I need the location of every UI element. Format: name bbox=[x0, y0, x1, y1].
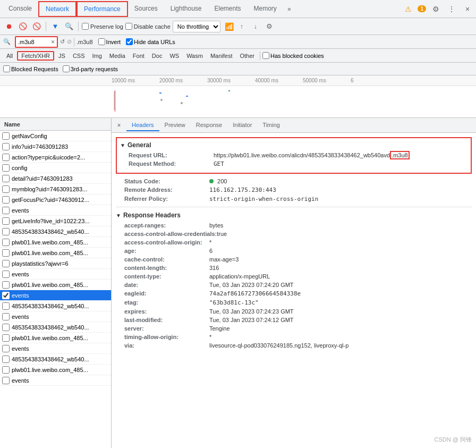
type-doc-button[interactable]: Doc bbox=[149, 52, 166, 60]
stop-button[interactable]: 🚫 bbox=[17, 21, 29, 32]
selected-table-row[interactable]: events bbox=[0, 290, 111, 301]
throttle-select[interactable]: No throttling Fast 3G Slow 3G Offline bbox=[173, 21, 220, 32]
tab-preview[interactable]: Preview bbox=[159, 120, 191, 131]
table-row[interactable]: 4853543833438462_wb540... bbox=[0, 354, 111, 365]
filter-clear-icon[interactable]: × bbox=[51, 38, 55, 46]
table-row[interactable]: plwb01.live.weibo.com_485... bbox=[0, 237, 111, 248]
filter-icon[interactable]: ▼ bbox=[49, 21, 61, 32]
has-blocked-label[interactable]: Has blocked cookies bbox=[262, 52, 324, 59]
general-section-header[interactable]: ▼ General bbox=[120, 141, 468, 149]
row-checkbox[interactable] bbox=[2, 281, 10, 289]
type-img-button[interactable]: Img bbox=[89, 52, 105, 60]
tab-lighthouse[interactable]: Lighthouse bbox=[164, 2, 208, 16]
blocked-requests-label[interactable]: Blocked Requests bbox=[3, 65, 58, 72]
search-icon[interactable]: 🔍 bbox=[63, 21, 75, 32]
table-row[interactable]: 4853543833438462_wb540... bbox=[0, 226, 111, 237]
type-other-button[interactable]: Other bbox=[236, 52, 258, 60]
filter-input[interactable] bbox=[18, 39, 50, 45]
disable-cache-checkbox-label[interactable]: Disable cache bbox=[125, 23, 171, 30]
type-ws-button[interactable]: WS bbox=[166, 52, 182, 60]
download-icon[interactable]: ↓ bbox=[250, 21, 261, 32]
table-row[interactable]: detail?uid=7463091283 bbox=[0, 173, 111, 184]
tab-console[interactable]: Console bbox=[2, 2, 38, 16]
row-checkbox[interactable] bbox=[2, 313, 10, 320]
table-row[interactable]: playstatistics?ajwvr=6 bbox=[0, 258, 111, 269]
table-row[interactable]: events bbox=[0, 269, 111, 280]
filter-options-icon[interactable]: ⊘ bbox=[67, 38, 72, 45]
row-checkbox[interactable] bbox=[2, 292, 10, 299]
tab-network[interactable]: Network bbox=[38, 1, 76, 17]
table-row[interactable]: plwb01.live.weibo.com_485... bbox=[0, 248, 111, 258]
type-font-button[interactable]: Font bbox=[130, 52, 148, 60]
table-row[interactable]: plwb01.live.weibo.com_485... bbox=[0, 280, 111, 290]
row-checkbox[interactable] bbox=[2, 260, 10, 267]
table-row[interactable]: config bbox=[0, 163, 111, 173]
tab-sources[interactable]: Sources bbox=[128, 2, 164, 16]
row-checkbox[interactable] bbox=[2, 228, 10, 235]
invert-checkbox-label[interactable]: Invert bbox=[98, 38, 121, 45]
tab-initiator[interactable]: Initiator bbox=[227, 120, 257, 131]
table-row[interactable]: events bbox=[0, 343, 111, 354]
row-checkbox[interactable] bbox=[2, 132, 10, 140]
reload-icon[interactable]: ↺ bbox=[60, 38, 65, 45]
row-checkbox[interactable] bbox=[2, 249, 10, 257]
type-fetch-xhr-button[interactable]: Fetch/XHR bbox=[17, 51, 54, 61]
table-row[interactable]: getNavConfig bbox=[0, 131, 111, 141]
hide-data-urls-checkbox[interactable] bbox=[126, 38, 133, 45]
row-checkbox[interactable] bbox=[2, 164, 10, 172]
row-checkbox[interactable] bbox=[2, 207, 10, 214]
settings-icon[interactable]: ⚙ bbox=[429, 3, 442, 15]
tab-elements[interactable]: Elements bbox=[208, 2, 248, 16]
hide-data-urls-checkbox-label[interactable]: Hide data URLs bbox=[126, 38, 175, 45]
has-blocked-checkbox[interactable] bbox=[262, 52, 269, 59]
tab-response[interactable]: Response bbox=[191, 120, 228, 131]
table-row[interactable]: 4853543833438462_wb540... bbox=[0, 301, 111, 311]
tab-memory[interactable]: Memory bbox=[248, 2, 283, 16]
tab-headers[interactable]: Headers bbox=[126, 120, 159, 131]
row-checkbox[interactable] bbox=[2, 154, 10, 161]
warning-icon[interactable]: ⚠ bbox=[402, 3, 414, 15]
table-row[interactable]: getFocusPic?uid=74630912... bbox=[0, 195, 111, 205]
row-checkbox[interactable] bbox=[2, 217, 10, 225]
row-checkbox[interactable] bbox=[2, 175, 10, 182]
row-checkbox[interactable] bbox=[2, 377, 10, 384]
type-manifest-button[interactable]: Manifest bbox=[207, 52, 236, 60]
row-checkbox[interactable] bbox=[2, 334, 10, 342]
table-row[interactable]: events bbox=[0, 311, 111, 322]
type-js-button[interactable]: JS bbox=[55, 52, 69, 60]
preserve-log-checkbox[interactable] bbox=[82, 23, 89, 30]
table-row[interactable]: info?uid=7463091283 bbox=[0, 141, 111, 152]
details-close-button[interactable]: × bbox=[114, 120, 124, 131]
more-options-icon[interactable]: ⋮ bbox=[445, 3, 458, 15]
blocked-requests-checkbox[interactable] bbox=[3, 65, 10, 72]
type-css-button[interactable]: CSS bbox=[70, 52, 88, 60]
record-button[interactable]: ⏺ bbox=[3, 21, 15, 32]
row-checkbox[interactable] bbox=[2, 196, 10, 204]
type-media-button[interactable]: Media bbox=[106, 52, 129, 60]
close-icon[interactable]: × bbox=[461, 3, 474, 15]
row-checkbox[interactable] bbox=[2, 185, 10, 193]
invert-checkbox[interactable] bbox=[98, 38, 105, 45]
table-row[interactable]: action?type=pic&uicode=2... bbox=[0, 152, 111, 163]
disable-cache-checkbox[interactable] bbox=[125, 23, 132, 30]
row-checkbox[interactable] bbox=[2, 366, 10, 374]
table-row[interactable]: mymblog?uid=7463091283... bbox=[0, 184, 111, 195]
preserve-log-checkbox-label[interactable]: Preserve log bbox=[82, 23, 123, 30]
table-row[interactable]: plwb01.live.weibo.com_485... bbox=[0, 333, 111, 343]
table-row[interactable]: getLiveInfo?live_id=1022:23... bbox=[0, 216, 111, 226]
row-checkbox[interactable] bbox=[2, 302, 10, 310]
table-row[interactable]: events bbox=[0, 205, 111, 216]
clear-button[interactable]: 🚫 bbox=[31, 21, 42, 32]
tab-more[interactable]: » bbox=[283, 3, 295, 15]
third-party-label[interactable]: 3rd-party requests bbox=[63, 65, 118, 72]
row-checkbox[interactable] bbox=[2, 239, 10, 246]
type-wasm-button[interactable]: Wasm bbox=[183, 52, 206, 60]
third-party-checkbox[interactable] bbox=[63, 65, 70, 72]
response-headers-section-header[interactable]: ▼ Response Headers bbox=[116, 212, 472, 219]
table-row[interactable]: plwb01.live.weibo.com_485... bbox=[0, 365, 111, 375]
type-all-button[interactable]: All bbox=[3, 52, 16, 60]
row-checkbox[interactable] bbox=[2, 356, 10, 363]
row-checkbox[interactable] bbox=[2, 143, 10, 150]
table-row[interactable]: events bbox=[0, 375, 111, 386]
tab-timing[interactable]: Timing bbox=[257, 120, 285, 131]
